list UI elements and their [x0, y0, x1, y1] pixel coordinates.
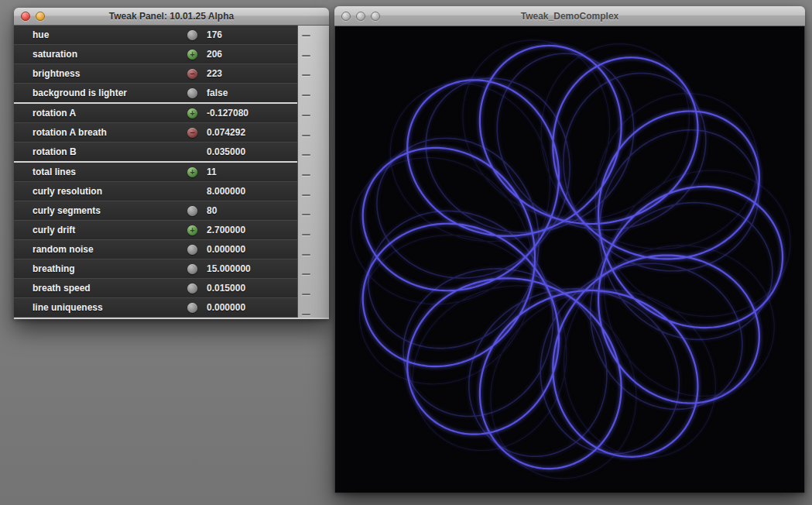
decrease-indicator-icon[interactable]: −	[187, 128, 197, 138]
close-button[interactable]	[341, 12, 351, 21]
increase-indicator-icon[interactable]: +	[187, 225, 197, 235]
slider-tick[interactable]	[302, 254, 310, 256]
minimize-button[interactable]	[36, 12, 45, 21]
tweak-panel-titlebar[interactable]: Tweak Panel: 10.01.25 Alpha	[14, 8, 329, 26]
param-value: 0.000000	[207, 244, 245, 255]
param-value: 223	[207, 68, 222, 79]
param-row[interactable]: total lines+11	[14, 163, 297, 182]
neutral-indicator-icon[interactable]	[187, 283, 197, 294]
param-label: curly segments	[14, 205, 187, 216]
param-label: total lines	[14, 167, 187, 177]
param-row[interactable]: breath speed0.015000	[14, 279, 297, 298]
slider-tick[interactable]	[302, 194, 310, 196]
param-value: -0.127080	[207, 108, 248, 119]
slider-tick[interactable]	[302, 35, 310, 36]
param-row[interactable]: rotation B0.035000	[14, 143, 297, 163]
zoom-button[interactable]	[371, 12, 380, 21]
param-row[interactable]: line uniqueness0.000000	[14, 298, 297, 318]
param-label: rotation A breath	[14, 127, 187, 138]
viewer-window-controls	[341, 12, 380, 21]
param-label: brightness	[14, 68, 187, 79]
param-row[interactable]: rotation A+-0.127080	[14, 104, 297, 123]
param-row[interactable]: rotation A breath−0.074292	[14, 123, 297, 143]
param-label: breathing	[14, 263, 187, 274]
param-value: 11	[207, 167, 217, 177]
slider-tick[interactable]	[302, 273, 310, 275]
neutral-indicator-icon[interactable]	[187, 30, 197, 40]
param-value: false	[207, 88, 228, 98]
sketch-canvas-wrap	[334, 26, 805, 493]
slider-tick[interactable]	[302, 94, 310, 96]
slider-tick[interactable]	[302, 214, 310, 215]
decrease-indicator-icon[interactable]: −	[187, 69, 197, 79]
increase-indicator-icon[interactable]: +	[187, 50, 197, 60]
param-value: 206	[207, 49, 222, 60]
slider-tick[interactable]	[302, 294, 310, 295]
neutral-indicator-icon[interactable]	[187, 88, 197, 98]
param-label: random noise	[14, 244, 187, 255]
slider-tick[interactable]	[302, 314, 310, 315]
slider-column[interactable]	[297, 26, 329, 318]
param-value: 8.000000	[207, 186, 245, 197]
param-value: 2.700000	[207, 225, 245, 235]
param-value: 80	[207, 205, 217, 216]
neutral-indicator-icon[interactable]	[187, 245, 197, 255]
param-row[interactable]: breathing15.000000	[14, 259, 297, 279]
slider-tick[interactable]	[302, 74, 310, 76]
slider-tick[interactable]	[302, 55, 310, 57]
param-label: rotation B	[14, 146, 187, 157]
close-button[interactable]	[21, 12, 30, 21]
neutral-indicator-icon[interactable]	[187, 303, 197, 313]
increase-indicator-icon[interactable]: +	[187, 108, 197, 119]
param-value: 0.074292	[207, 127, 245, 138]
param-value: 176	[207, 29, 222, 40]
param-value: 15.000000	[207, 263, 251, 274]
param-row[interactable]: background is lighterfalse	[14, 84, 297, 104]
param-row[interactable]: saturation+206	[14, 45, 297, 64]
param-row[interactable]: brightness−223	[14, 64, 297, 84]
viewer-titlebar[interactable]: Tweak_DemoComplex	[334, 6, 805, 26]
slider-tick[interactable]	[302, 234, 310, 235]
param-label: breath speed	[14, 283, 187, 294]
param-row[interactable]: curly resolution8.000000	[14, 182, 297, 201]
param-label: rotation A	[14, 108, 187, 119]
param-label: curly resolution	[14, 186, 187, 197]
minimize-button[interactable]	[356, 12, 365, 21]
slider-tick[interactable]	[302, 174, 310, 176]
tweak-panel-title: Tweak Panel: 10.01.25 Alpha	[14, 11, 329, 22]
param-row[interactable]: curly drift+2.700000	[14, 221, 297, 240]
param-value: 0.035000	[207, 146, 245, 157]
neutral-indicator-icon[interactable]	[187, 206, 197, 216]
param-label: curly drift	[14, 225, 187, 235]
neutral-indicator-icon[interactable]	[187, 264, 197, 274]
param-value: 0.000000	[207, 302, 245, 313]
viewer-window: Tweak_DemoComplex	[334, 6, 805, 493]
slider-tick[interactable]	[302, 135, 310, 136]
tweak-panel-window: Tweak Panel: 10.01.25 Alpha hue176satura…	[14, 8, 329, 319]
param-row[interactable]: random noise0.000000	[14, 240, 297, 259]
slider-tick[interactable]	[302, 115, 310, 116]
param-label: saturation	[14, 49, 187, 60]
viewer-title: Tweak_DemoComplex	[334, 11, 805, 22]
param-row[interactable]: curly segments80	[14, 201, 297, 221]
param-label: line uniqueness	[14, 302, 187, 313]
param-label: background is lighter	[14, 88, 187, 98]
slider-tick[interactable]	[302, 154, 310, 156]
window-controls	[21, 12, 45, 21]
increase-indicator-icon[interactable]: +	[187, 167, 197, 177]
param-label: hue	[14, 29, 187, 40]
param-value: 0.015000	[207, 283, 245, 294]
param-row[interactable]: hue176	[14, 26, 297, 45]
tweak-rows: hue176saturation+206brightness−223backgr…	[14, 26, 297, 318]
tweak-panel-body: hue176saturation+206brightness−223backgr…	[14, 26, 329, 319]
sketch-canvas[interactable]	[335, 26, 804, 493]
